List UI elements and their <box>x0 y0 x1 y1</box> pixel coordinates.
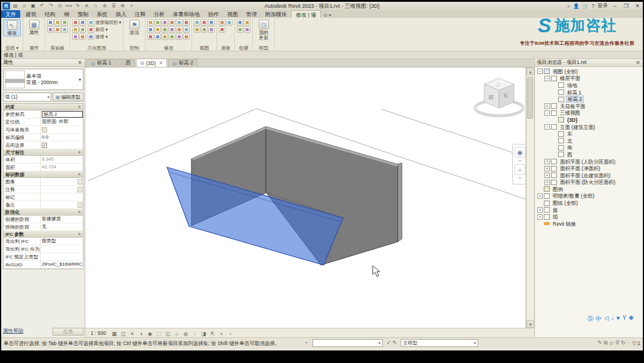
open-icon[interactable]: ▱ <box>20 2 28 10</box>
crop-view-icon[interactable]: ⬚ <box>155 330 163 337</box>
ribbon-tool-icon[interactable] <box>244 19 250 26</box>
zoom-dropdown-icon[interactable]: ▾ <box>519 177 521 180</box>
customize-qat-icon[interactable]: = <box>128 2 135 10</box>
scrollbar-thumb[interactable] <box>527 77 533 119</box>
scroll-up-icon[interactable]: ▲ <box>527 67 534 75</box>
tree-expander-icon[interactable]: − <box>544 110 550 116</box>
ribbon-tab-管理[interactable]: 管理 <box>242 10 261 18</box>
ribbon-button-属性[interactable]: ▦属性 <box>25 19 43 35</box>
brand-s-icon[interactable]: Ⓢ <box>587 315 593 323</box>
ribbon-tool-icon[interactable] <box>147 19 154 26</box>
view-tab-标高 1[interactable]: ▤标高 1 <box>86 59 116 67</box>
translate-icon[interactable]: 中 <box>596 315 602 323</box>
text-icon[interactable]: A <box>83 2 91 10</box>
property-value-创建的阶段[interactable]: 新建建筑 <box>41 216 83 223</box>
ribbon-tool-icon[interactable] <box>72 19 79 26</box>
file-menu-icon[interactable]: ▤ <box>11 2 19 10</box>
measure-icon[interactable]: ⟺ <box>65 2 73 10</box>
switch-windows-icon[interactable]: ⧉ <box>119 2 126 10</box>
scale-button[interactable]: 1 : 500 <box>88 330 109 337</box>
ribbon-tool-icon[interactable] <box>54 26 61 33</box>
property-value-参照标高[interactable]: 标高 2 <box>41 110 83 118</box>
ribbon-tool-icon[interactable] <box>147 33 154 40</box>
property-value-IFC 预定义类型[interactable] <box>41 253 83 261</box>
ribbon-button-修改[interactable]: ↖修改 <box>3 19 21 36</box>
restore-button[interactable]: ❐ <box>622 3 630 9</box>
thin-lines-icon[interactable]: ☰ <box>110 2 117 10</box>
section-pin-icon[interactable]: ∗ <box>78 172 81 177</box>
ribbon-tab-体量和场地[interactable]: 体量和场地 <box>169 10 204 18</box>
tree-expander-icon[interactable]: + <box>544 159 550 164</box>
tree-item-视图 (全部)[interactable]: −视图 (全部) <box>535 68 643 75</box>
section-icon[interactable]: ⊘ <box>101 2 109 10</box>
ribbon-help-icon[interactable]: ⊙ ▾ <box>323 13 331 18</box>
tree-item-Revit 链接[interactable]: Revit 链接 <box>535 220 643 227</box>
ellipsis-button[interactable]: … <box>78 187 82 192</box>
favorite-icon[interactable]: ♥ <box>617 315 620 323</box>
ribbon-tool-icon[interactable] <box>194 26 200 33</box>
ribbon-tool-icon[interactable] <box>237 19 243 26</box>
redo-icon[interactable]: ↷ <box>47 2 55 10</box>
3d-lock-icon[interactable]: ⌂ <box>173 330 181 337</box>
property-value-导出到 IFC[interactable]: 按类型 <box>41 238 83 245</box>
tree-item-面积平面 (净面积)[interactable]: +面积平面 (净面积) <box>535 165 643 172</box>
project-browser-close-icon[interactable]: ✕ <box>635 60 641 66</box>
apply-button[interactable]: 应用 <box>52 328 83 336</box>
ribbon-tool-icon[interactable] <box>79 33 86 40</box>
reveal-hidden-icon[interactable]: ◌ <box>191 330 199 337</box>
tree-expander-icon[interactable]: − <box>537 69 543 74</box>
ellipsis-button[interactable]: … <box>78 202 82 208</box>
settings-icon[interactable]: ✱ <box>628 315 633 323</box>
pinned-select-icon[interactable]: ⚲ <box>615 340 620 346</box>
ribbon-tool-icon[interactable] <box>79 19 86 26</box>
ribbon-tool-icon[interactable] <box>61 26 68 33</box>
ribbon-tool-icon[interactable] <box>162 26 168 33</box>
ribbon-tab-建筑[interactable]: 建筑 <box>21 10 41 18</box>
tree-expander-icon[interactable]: + <box>537 193 543 199</box>
ribbon-tool-icon[interactable] <box>72 26 79 33</box>
property-value-IfcGUID[interactable]: 2lFs4C_$16WRRC... <box>41 261 83 269</box>
save-icon[interactable]: ▣ <box>29 2 37 10</box>
print-icon[interactable]: ⎙ <box>56 2 64 10</box>
ribbon-tab-插入[interactable]: 插入 <box>112 10 131 18</box>
section-pin-icon[interactable]: ∗ <box>78 232 81 236</box>
ellipsis-button[interactable]: … <box>78 179 82 184</box>
shadows-icon[interactable]: ◑ <box>137 330 145 337</box>
ribbon-tool-icon[interactable] <box>154 26 161 33</box>
ribbon-tab-结构[interactable]: 结构 <box>41 10 60 18</box>
reveal-constraints-icon[interactable]: ⌖ <box>218 330 225 337</box>
ribbon-tool-icon[interactable] <box>183 26 190 33</box>
ribbon-tab-文件[interactable]: 文件 <box>1 10 20 18</box>
tree-item-西[interactable]: 西 <box>535 151 643 158</box>
exclude-options-icon[interactable]: ◌ <box>627 340 630 346</box>
view-tab-西[interactable]: ⌂西 <box>117 59 135 67</box>
element-filter-dropdown[interactable]: 墙 (1) ▾ <box>3 93 51 101</box>
ribbon-tab-系统[interactable]: 系统 <box>92 10 112 18</box>
store-icon[interactable]: 🛒 <box>583 3 589 9</box>
background-process-icon[interactable]: ↻ <box>621 340 626 346</box>
ribbon-tool-icon[interactable] <box>176 19 182 26</box>
view-tab-标高 2[interactable]: ▤标高 2 <box>168 59 197 67</box>
download-icon[interactable]: ↓ <box>611 315 614 323</box>
ribbon-tool-icon[interactable] <box>176 33 182 40</box>
ribbon-tool-icon[interactable] <box>61 19 68 26</box>
worksharing-status-icon[interactable]: ◔ <box>304 340 307 346</box>
ribbon-tool-icon[interactable] <box>194 19 200 26</box>
ribbon-tool-连接[interactable]: 连接 ▾ <box>88 33 121 40</box>
property-value-房间边界[interactable]: ✓ <box>41 141 83 149</box>
ribbon-tool-icon[interactable] <box>219 19 225 26</box>
ribbon-tool-icon[interactable] <box>154 19 161 26</box>
render-icon[interactable]: ◉ <box>146 330 154 337</box>
scroll-down-icon[interactable]: ▼ <box>527 320 534 328</box>
login-label[interactable]: 登录 <box>597 2 608 10</box>
ribbon-tab-协作[interactable]: 协作 <box>204 10 223 18</box>
ribbon-tool-icon[interactable] <box>201 26 208 33</box>
ribbon-tab-视图[interactable]: 视图 <box>223 10 242 18</box>
steering-wheel-dropdown-icon[interactable]: ▾ <box>519 159 521 162</box>
ribbon-tool-icon[interactable] <box>162 19 168 26</box>
tree-expander-icon[interactable]: + <box>544 166 550 171</box>
search-icon[interactable]: ⌕ <box>567 3 570 10</box>
property-value-导出到 IFC 作为[interactable] <box>41 245 83 253</box>
tree-item-东[interactable]: 东 <box>535 130 643 137</box>
ribbon-tool-连接端切割[interactable]: 连接端切割 ▾ <box>88 19 121 26</box>
